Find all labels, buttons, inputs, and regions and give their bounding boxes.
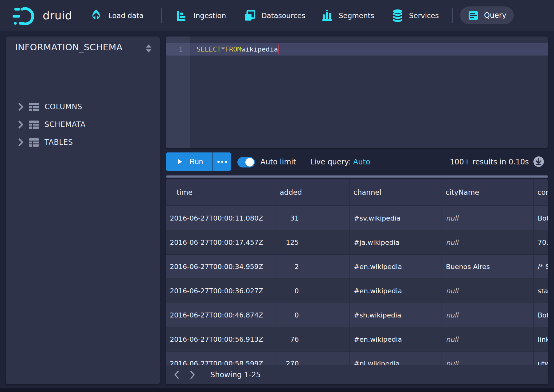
cell-cityname[interactable]: Buenos Aires bbox=[442, 255, 534, 279]
cell-channel[interactable]: #sh.wikipedia bbox=[350, 303, 442, 327]
cell-comment[interactable]: link bbox=[534, 327, 548, 352]
cell-time[interactable]: 2016-06-27T00:00:46.874Z bbox=[166, 303, 276, 327]
run-button[interactable]: Run bbox=[166, 152, 213, 171]
table-icon bbox=[29, 121, 39, 129]
cell-channel[interactable]: #ja.wikipedia bbox=[350, 230, 442, 255]
query-icon bbox=[469, 11, 478, 20]
bottom-edge bbox=[0, 388, 554, 392]
cell-channel[interactable]: #en.wikipedia bbox=[350, 255, 442, 279]
live-query-value[interactable]: Auto bbox=[353, 158, 370, 166]
cell-added[interactable]: 2 bbox=[276, 255, 350, 279]
cell-time[interactable]: 2016-06-27T00:00:34.959Z bbox=[166, 255, 276, 279]
horizontal-scrollbar[interactable] bbox=[166, 175, 548, 178]
table-row: 2016-06-27T00:00:34.959Z 2 #en.wikipedia… bbox=[166, 255, 548, 279]
download-icon[interactable] bbox=[533, 156, 544, 167]
nav-item-segments[interactable]: Segments bbox=[322, 0, 374, 31]
cell-comment[interactable]: Bot bbox=[534, 206, 548, 230]
cell-added[interactable]: 76 bbox=[276, 327, 350, 352]
auto-limit-toggle[interactable] bbox=[237, 157, 255, 167]
nav-item-ingestion[interactable]: Ingestion bbox=[176, 0, 226, 31]
cell-cityname[interactable]: null bbox=[442, 327, 534, 352]
header-row: __time added channel cityName comment bbox=[166, 179, 548, 206]
column-header-cityname[interactable]: cityName bbox=[442, 179, 534, 206]
nav-item-label: Query bbox=[484, 11, 506, 20]
results-table: __time added channel cityName comment 20… bbox=[166, 179, 548, 376]
nav-item-label: Ingestion bbox=[193, 12, 226, 20]
query-toolbar: Run Auto limit Live query: Auto 100+ res… bbox=[166, 148, 548, 175]
pagination-bar: Showing 1-25 bbox=[166, 365, 548, 384]
nav-item-load-data[interactable]: Load data bbox=[90, 0, 143, 31]
tree-item-label: SCHEMATA bbox=[45, 120, 86, 129]
tree-item-schemata[interactable]: SCHEMATA bbox=[6, 116, 160, 133]
top-navbar: druid Load data Ingestion bbox=[0, 0, 554, 31]
ingestion-icon bbox=[176, 10, 187, 21]
query-results-panel: __time added channel cityName comment 20… bbox=[166, 179, 548, 384]
sql-code-line[interactable]: SELECT * FROM wikipedia bbox=[190, 43, 548, 56]
druid-wordmark: druid bbox=[43, 9, 72, 22]
more-dots-icon bbox=[217, 161, 220, 163]
toggle-knob bbox=[245, 158, 254, 167]
druid-console: druid Load data Ingestion bbox=[0, 0, 554, 392]
caret-sort-icon[interactable] bbox=[146, 44, 152, 53]
cell-channel[interactable]: #en.wikipedia bbox=[350, 327, 442, 352]
datasources-icon bbox=[244, 10, 255, 21]
table-row: 2016-06-27T00:00:46.874Z 0 #sh.wikipedia… bbox=[166, 303, 548, 327]
load-data-icon bbox=[90, 9, 102, 22]
cell-time[interactable]: 2016-06-27T00:00:56.913Z bbox=[166, 327, 276, 352]
chevron-right-icon bbox=[18, 121, 23, 129]
cell-time[interactable]: 2016-06-27T00:00:11.080Z bbox=[166, 206, 276, 230]
services-icon bbox=[392, 9, 403, 22]
next-page-button[interactable] bbox=[186, 368, 199, 382]
nav-item-query-active[interactable]: Query bbox=[460, 6, 514, 24]
prev-page-button[interactable] bbox=[170, 368, 183, 382]
cell-time[interactable]: 2016-06-27T00:00:17.457Z bbox=[166, 230, 276, 255]
live-query-label: Live query: bbox=[310, 158, 353, 166]
cell-added[interactable]: 0 bbox=[276, 279, 350, 303]
druid-logo-icon bbox=[13, 6, 38, 25]
sql-table-name: wikipedia bbox=[241, 45, 278, 53]
query-editor[interactable]: 1 SELECT * FROM wikipedia bbox=[166, 37, 548, 148]
nav-item-datasources[interactable]: Datasources bbox=[244, 0, 305, 31]
cell-added[interactable]: 31 bbox=[276, 206, 350, 230]
column-header-comment[interactable]: comment bbox=[534, 179, 548, 206]
column-header-channel[interactable]: channel bbox=[350, 179, 442, 206]
live-query-group: Live query: Auto bbox=[310, 148, 370, 175]
schema-title: INFORMATION_SCHEMA bbox=[15, 42, 123, 52]
column-header-time[interactable]: __time bbox=[166, 179, 276, 206]
druid-logo[interactable]: druid bbox=[13, 0, 72, 31]
cell-added[interactable]: 0 bbox=[276, 303, 350, 327]
cell-comment[interactable]: 70.3 bbox=[534, 230, 548, 255]
nav-item-services[interactable]: Services bbox=[392, 0, 439, 31]
chevron-right-icon bbox=[190, 371, 195, 379]
schema-selector[interactable]: INFORMATION_SCHEMA bbox=[6, 37, 160, 58]
cell-cityname[interactable]: null bbox=[442, 230, 534, 255]
chevron-right-icon bbox=[18, 138, 23, 146]
chevron-right-icon bbox=[18, 103, 23, 111]
tree-item-label: COLUMNS bbox=[45, 102, 82, 111]
cell-channel[interactable]: #en.wikipedia bbox=[350, 279, 442, 303]
sql-keyword: FROM bbox=[225, 45, 241, 53]
nav-item-label: Load data bbox=[108, 12, 143, 20]
tree-item-columns[interactable]: COLUMNS bbox=[6, 98, 160, 116]
auto-limit-label[interactable]: Auto limit bbox=[260, 148, 296, 175]
showing-label: Showing 1-25 bbox=[210, 371, 261, 379]
cell-time[interactable]: 2016-06-27T00:00:36.027Z bbox=[166, 279, 276, 303]
column-header-added[interactable]: added bbox=[276, 179, 350, 206]
run-button-label: Run bbox=[189, 157, 203, 166]
tree-item-tables[interactable]: TABLES bbox=[6, 133, 160, 151]
cell-cityname[interactable]: null bbox=[442, 279, 534, 303]
cell-cityname[interactable]: null bbox=[442, 206, 534, 230]
table-row: 2016-06-27T00:00:17.457Z 125 #ja.wikiped… bbox=[166, 230, 548, 255]
nav-divider bbox=[78, 8, 78, 23]
cell-comment[interactable]: Bot bbox=[534, 303, 548, 327]
cell-cityname[interactable]: null bbox=[442, 303, 534, 327]
editor-gutter: 1 bbox=[166, 37, 190, 148]
table-row: 2016-06-27T00:00:56.913Z 76 #en.wikipedi… bbox=[166, 327, 548, 352]
cell-added[interactable]: 125 bbox=[276, 230, 350, 255]
cell-comment[interactable]: /* S bbox=[534, 255, 548, 279]
table-icon bbox=[29, 103, 39, 111]
cell-comment[interactable]: stat bbox=[534, 279, 548, 303]
table-row: 2016-06-27T00:00:11.080Z 31 #sv.wikipedi… bbox=[166, 206, 548, 230]
cell-channel[interactable]: #sv.wikipedia bbox=[350, 206, 442, 230]
run-more-button[interactable] bbox=[213, 152, 231, 171]
